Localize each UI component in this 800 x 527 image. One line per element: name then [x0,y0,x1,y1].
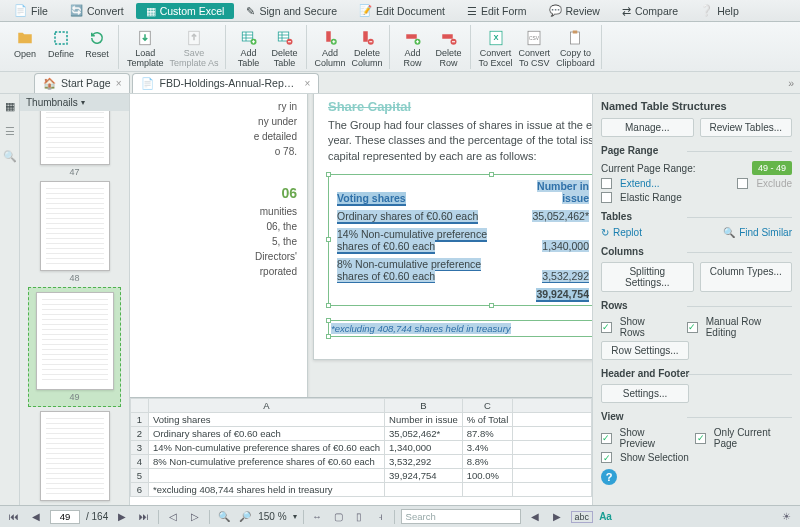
ribbon-add-row[interactable]: Add Row [396,25,430,69]
link-find-similar[interactable]: 🔍 Find Similar [723,227,792,238]
thumbnail-50[interactable]: 50 [32,411,117,505]
menu-edit-document[interactable]: 📝Edit Document [349,2,455,19]
single-page-icon[interactable]: ▯ [352,509,367,524]
nav-prev-icon[interactable]: ◀ [28,510,44,524]
checkbox-exclude[interactable] [737,178,748,189]
sheet-col-empty[interactable] [513,399,592,413]
document-tabs: 🏠 Start Page × 📄 FBD-Holdings-Annual-Rep… [0,72,800,94]
checkbox-extend[interactable] [601,178,612,189]
review-tables-button[interactable]: Review Tables... [700,118,793,137]
sheet-corner[interactable] [131,399,149,413]
sheet-col-a[interactable]: A [149,399,385,413]
thumbnails-tab-icon[interactable]: ▦ [5,100,15,113]
nav-fwd-icon[interactable]: ▷ [187,510,203,524]
nav-last-icon[interactable]: ⏭ [136,510,152,524]
menu-help[interactable]: ❔Help [690,2,749,19]
row-settings-button[interactable]: Row Settings... [601,341,689,360]
zoom-out-icon[interactable]: 🔍 [216,509,231,524]
ribbon-add-table[interactable]: Add Table [232,25,266,69]
tab-document[interactable]: 📄 FBD-Holdings-Annual-Report-un... × [132,73,319,93]
checkbox-elastic[interactable] [601,192,612,203]
thumbnail-49[interactable]: 49 [28,287,121,407]
save-template-icon [183,27,205,48]
table-selection-main[interactable]: Voting shares Number in issue % of Total… [328,174,592,306]
checkbox-show-selection[interactable]: ✓ [601,452,612,463]
svg-rect-11 [406,34,417,39]
theme-toggle-icon[interactable]: ☀ [779,509,794,524]
checkbox-show-rows[interactable]: ✓ [601,322,612,333]
checkbox-manual-row[interactable]: ✓ [687,322,698,333]
sheet-col-b[interactable]: B [385,399,463,413]
table-row: 8% Non-cumulative preference shares of €… [331,255,592,285]
thumbnails-header[interactable]: Thumbnails▾ [20,94,129,111]
fit-width-icon[interactable]: ↔ [310,509,325,524]
nav-back-icon[interactable]: ◁ [165,510,181,524]
fit-page-icon[interactable]: ▢ [331,509,346,524]
bookmarks-tab-icon[interactable]: ☰ [5,125,15,138]
label-elastic: Elastic Range [620,192,682,203]
thumbnail-48[interactable]: 48 [32,181,117,283]
review-icon: 💬 [549,4,562,17]
thumbnail-47[interactable]: 47 [32,111,117,177]
menu-review[interactable]: 💬Review [539,2,610,19]
spreadsheet-preview[interactable]: A B C 1Voting sharesNumber in issue% of … [130,397,592,505]
current-page: Share Capital The Group had four classes… [313,94,592,360]
ribbon-copy-clipboard[interactable]: Copy to Clipboard [554,25,597,69]
close-icon[interactable]: × [116,78,122,89]
checkbox-show-preview[interactable]: ✓ [601,433,612,444]
close-icon[interactable]: × [304,78,310,89]
sheet-col-c[interactable]: C [462,399,513,413]
ribbon-reset[interactable]: Reset [80,25,114,69]
zoom-in-icon[interactable]: 🔎 [237,509,252,524]
ribbon-define[interactable]: Define [44,25,78,69]
ribbon-add-column[interactable]: Add Column [313,25,348,69]
label-current-range: Current Page Range: [601,163,696,174]
ribbon-delete-column[interactable]: Delete Column [350,25,385,69]
menu-edit-form[interactable]: ☰Edit Form [457,3,537,19]
manage-button[interactable]: Manage... [601,118,694,137]
table-selection-footnote[interactable]: *excluding 408,744 shares held in treasu… [328,320,592,337]
document-area: ry in ny under e detailed o 78. 06 munit… [130,94,592,505]
splitting-settings-button[interactable]: Splitting Settings... [601,262,694,292]
page-range-pill: 49 - 49 [752,161,792,175]
checkbox-only-current[interactable]: ✓ [695,433,706,444]
search-next-icon[interactable]: ▶ [549,510,565,524]
continuous-icon[interactable]: ⫞ [373,509,388,524]
help-button[interactable]: ? [601,469,617,485]
link-replot[interactable]: ↻ Replot [601,227,642,238]
tab-start-page[interactable]: 🏠 Start Page × [34,73,130,93]
clipboard-icon [564,27,586,48]
ribbon-convert-csv[interactable]: CSVConvert To CSV [517,25,553,69]
label-manual-row: Manual Row Editing [706,316,792,338]
link-extend[interactable]: Extend... [620,178,659,189]
section-page-range: Page Range [601,145,792,156]
search-input[interactable]: Search [401,509,521,524]
ribbon-delete-row[interactable]: Delete Row [432,25,466,69]
page-input[interactable] [50,510,80,524]
menu-custom-excel[interactable]: ▦Custom Excel [136,3,235,19]
to-csv-icon: CSV [523,27,545,48]
hf-settings-button[interactable]: Settings... [601,384,689,403]
search-prev-icon[interactable]: ◀ [527,510,543,524]
match-word-toggle[interactable]: abc [571,511,594,523]
ribbon-load-template[interactable]: Load Template [125,25,166,69]
zoom-dropdown-icon[interactable]: ▾ [293,512,297,521]
match-case-toggle[interactable]: Aa [599,511,612,522]
svg-rect-20 [573,30,578,33]
search-tab-icon[interactable]: 🔍 [3,150,17,163]
label-show-rows: Show Rows [620,316,671,338]
document-viewport[interactable]: ry in ny under e detailed o 78. 06 munit… [130,94,592,397]
ribbon-open[interactable]: Open [8,25,42,69]
ribbon-convert-excel[interactable]: XConvert To Excel [477,25,515,69]
ribbon-save-template[interactable]: Save Template As [168,25,221,69]
nav-first-icon[interactable]: ⏮ [6,510,22,524]
chevron-right-icon[interactable]: » [782,77,800,89]
data-table: Voting shares Number in issue % of Total… [331,177,592,303]
ribbon-delete-table[interactable]: Delete Table [268,25,302,69]
menu-sign-secure[interactable]: ✎Sign and Secure [236,3,347,19]
menu-convert[interactable]: 🔄Convert [60,2,134,19]
column-types-button[interactable]: Column Types... [700,262,793,292]
menu-file[interactable]: 📄File [4,2,58,19]
nav-next-icon[interactable]: ▶ [114,510,130,524]
menu-compare[interactable]: ⇄Compare [612,3,688,19]
